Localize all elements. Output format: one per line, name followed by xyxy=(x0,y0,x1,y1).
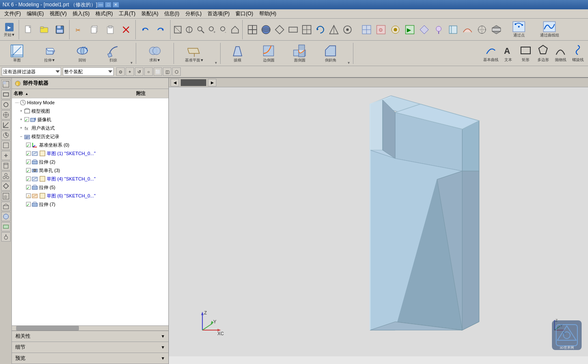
tb-extrude[interactable]: 拉伸▼ xyxy=(33,42,67,65)
tb-open-button[interactable] xyxy=(36,21,52,38)
tb-view-sphere[interactable] xyxy=(260,21,272,38)
tb-new-button[interactable] xyxy=(21,21,36,38)
menu-view[interactable]: 视图(V) xyxy=(47,9,69,18)
tb-through-curves[interactable]: 通过曲线组 xyxy=(535,20,564,39)
sel-btn7[interactable]: ⬡ xyxy=(172,67,181,76)
sidebar-icon-6[interactable] xyxy=(1,131,11,140)
tb-revolve[interactable]: 回转 xyxy=(67,42,98,65)
nav-row-sketch4[interactable]: ✓ 草图 (4) "SKETCH_0..." xyxy=(12,175,168,183)
tb-face-fillet[interactable]: 面倒圆 xyxy=(284,42,315,65)
camera-check[interactable]: ✓ xyxy=(24,117,30,122)
menu-edit[interactable]: 编辑(E) xyxy=(24,9,46,18)
tb-basic-curve[interactable]: 基本曲线 xyxy=(482,42,499,65)
sidebar-icon-5[interactable] xyxy=(1,120,11,130)
panel-relevance[interactable]: 相关性 ▼ xyxy=(12,331,168,342)
tb-view5[interactable] xyxy=(328,21,340,38)
menu-assembly[interactable]: 装配(A) xyxy=(139,9,161,18)
menu-preferences[interactable]: 首选项(P) xyxy=(205,9,232,18)
nav-row-model-history[interactable]: − 模型历史记录 xyxy=(12,132,168,141)
nav-row-model-view[interactable]: + 模型视图 xyxy=(12,107,168,115)
tb-right8[interactable] xyxy=(461,21,474,38)
nav-row-sketch1[interactable]: ✓ 草图 (1) "SKETCH_0..." xyxy=(12,149,168,158)
tb-misc4[interactable]: + xyxy=(207,21,218,38)
viewport[interactable]: ◀ ▶ xyxy=(169,78,588,364)
sidebar-icon-8[interactable] xyxy=(1,151,11,160)
tb-start-button[interactable]: ▶ 开始▼ xyxy=(2,21,17,38)
tb-parabola[interactable]: 抛物线 xyxy=(552,42,569,65)
tb-copy-button[interactable] xyxy=(87,21,102,38)
sidebar-icon-9[interactable] xyxy=(1,161,11,170)
panel-preview[interactable]: 预览 ▼ xyxy=(12,353,168,364)
sidebar-icon-14[interactable] xyxy=(1,212,11,221)
menu-insert[interactable]: 插入(S) xyxy=(70,9,92,18)
sketch6-check[interactable]: ⚠ xyxy=(25,193,31,199)
tb-right10[interactable] xyxy=(490,21,503,38)
sidebar-icon-13[interactable] xyxy=(1,202,11,211)
nav-row-camera[interactable]: + ✓ 摄像机 xyxy=(12,115,168,124)
tb-paste-button[interactable] xyxy=(103,21,118,38)
nav-row-hole3[interactable]: ✓ 简单孔 (3) xyxy=(12,166,168,175)
menu-analysis[interactable]: 分析(L) xyxy=(183,9,204,18)
tb-right1[interactable] xyxy=(360,21,373,38)
tb-union[interactable]: 求和▼ xyxy=(138,42,172,65)
tb-right9[interactable] xyxy=(475,21,489,38)
datum-check[interactable]: ✓ xyxy=(25,142,31,148)
3d-model-area[interactable]: Z XC Y Z X Y xyxy=(169,87,588,356)
tb-right6[interactable] xyxy=(432,21,445,38)
tb-through-point[interactable]: 通过点 xyxy=(504,20,534,39)
tb-chamfer[interactable]: 倒斜角 xyxy=(315,42,346,65)
tb-misc1[interactable] xyxy=(172,21,183,38)
sidebar-icon-12[interactable]: ◎ xyxy=(1,192,11,201)
sidebar-icon-1[interactable] xyxy=(1,80,11,89)
menu-window[interactable]: 窗口(O) xyxy=(233,9,255,18)
tb-sketch[interactable]: 草图 xyxy=(2,42,32,65)
history-expand-icon[interactable]: — xyxy=(14,100,20,105)
sel-btn5[interactable]: ⬜ xyxy=(154,67,162,76)
filter-combo[interactable]: 没有选择过滤器 xyxy=(2,67,61,76)
vp-right-btn[interactable]: ▶ xyxy=(208,79,216,86)
tb-edge-fillet[interactable]: 边倒圆 xyxy=(253,42,284,65)
tb-group1-expand[interactable]: ▼ xyxy=(129,42,134,65)
user-expr-expand-icon[interactable]: + xyxy=(19,125,24,131)
nav-row-datum[interactable]: ✓ 基准坐标系 (0) xyxy=(12,141,168,149)
maximize-button[interactable]: □ xyxy=(105,2,112,8)
tb-draft[interactable]: 拔模 xyxy=(222,42,253,65)
sketch1-check[interactable]: ✓ xyxy=(25,150,31,156)
tb-rectangle[interactable]: 矩形 xyxy=(517,42,534,65)
menu-info[interactable]: 信息(I) xyxy=(162,9,182,18)
hole3-check[interactable]: ✓ xyxy=(25,167,31,173)
close-button[interactable]: ✕ xyxy=(112,2,119,8)
tb-sweep[interactable]: 扫掠 xyxy=(98,42,129,65)
assembly-combo[interactable]: 整个装配 xyxy=(63,67,114,76)
tb-delete-button[interactable] xyxy=(118,21,134,38)
sel-btn1[interactable]: ⊙ xyxy=(116,67,125,76)
tb-helix[interactable]: 螺旋线 xyxy=(569,42,586,65)
sidebar-icon-2[interactable] xyxy=(1,90,11,99)
tb-right7[interactable] xyxy=(446,21,460,38)
tb-view4[interactable] xyxy=(300,21,313,38)
tb-view3[interactable] xyxy=(287,21,300,38)
tb-group3-expand[interactable]: ▼ xyxy=(346,42,351,65)
sel-btn3[interactable]: ↺ xyxy=(135,67,143,76)
sidebar-icon-3[interactable] xyxy=(1,100,11,109)
sidebar-icon-16[interactable] xyxy=(1,232,11,242)
menu-help[interactable]: 帮助(H) xyxy=(257,9,279,18)
tb-datum[interactable]: 基准平面▼ xyxy=(176,42,213,65)
tb-misc3[interactable] xyxy=(195,21,206,38)
model-view-expand-icon[interactable]: + xyxy=(19,108,24,114)
vp-tab[interactable] xyxy=(181,79,206,86)
tb-misc2[interactable] xyxy=(184,21,195,38)
menu-format[interactable]: 格式(R) xyxy=(93,9,115,18)
sel-btn6[interactable]: ◫ xyxy=(163,67,171,76)
tb-cut-button[interactable]: ✂ xyxy=(71,21,87,38)
tb-right3[interactable] xyxy=(389,21,402,38)
model-history-expand-icon[interactable]: − xyxy=(19,134,24,139)
menu-file[interactable]: 文件(F) xyxy=(2,9,23,18)
tb-misc5[interactable]: - xyxy=(218,21,229,38)
nav-row-extrude5[interactable]: ✓ 拉伸 (5) xyxy=(12,183,168,192)
sidebar-icon-4[interactable] xyxy=(1,110,11,119)
tb-undo-button[interactable] xyxy=(137,21,153,38)
sketch4-check[interactable]: ✓ xyxy=(25,176,31,182)
nav-row-history-mode[interactable]: — History Mode xyxy=(12,98,168,107)
tb-group2-expand[interactable]: ▼ xyxy=(213,42,218,65)
